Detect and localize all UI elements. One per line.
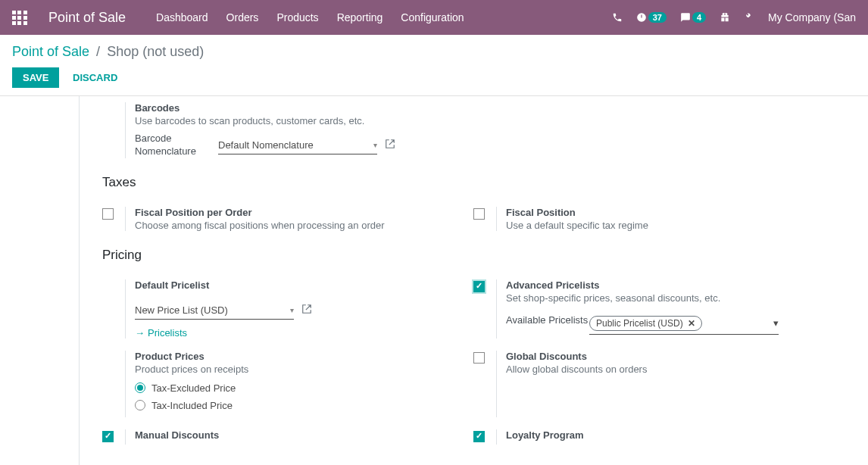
default-pricelist-select[interactable]: New Price List (USD) ▾ xyxy=(135,301,294,320)
product-prices-desc: Product prices on receipts xyxy=(135,364,466,375)
company-switcher[interactable]: My Company (San xyxy=(768,11,856,23)
tax-included-label: Tax-Included Price xyxy=(151,400,233,411)
external-link-icon[interactable] xyxy=(385,139,395,151)
caret-down-icon: ▾ xyxy=(373,141,377,149)
settings-sidebar xyxy=(0,96,80,465)
arrow-right-icon: → xyxy=(135,327,145,339)
breadcrumb-root[interactable]: Point of Sale xyxy=(12,44,89,59)
pricelists-link[interactable]: → Pricelists xyxy=(135,327,187,339)
global-discounts-label: Global Discounts xyxy=(506,351,837,362)
barcodes-desc: Use barcodes to scan products, customer … xyxy=(135,115,466,126)
settings-content: Barcodes Use barcodes to scan products, … xyxy=(80,96,868,465)
breadcrumb: Point of Sale / Shop (not used) xyxy=(12,44,856,60)
fiscal-per-order-desc: Choose among fiscal positions when proce… xyxy=(135,220,466,231)
manual-discounts-label: Manual Discounts xyxy=(135,429,466,441)
fiscal-position-desc: Use a default specific tax regime xyxy=(506,220,837,231)
apps-icon[interactable] xyxy=(12,11,27,25)
fiscal-per-order-checkbox[interactable] xyxy=(102,208,114,220)
tax-excluded-label: Tax-Excluded Price xyxy=(151,382,236,394)
nav-orders[interactable]: Orders xyxy=(226,11,259,23)
activities-button[interactable]: 37 xyxy=(636,12,667,23)
tax-excluded-radio[interactable] xyxy=(135,382,145,393)
tax-included-radio[interactable] xyxy=(135,400,145,410)
fiscal-position-checkbox[interactable] xyxy=(473,208,485,220)
breadcrumb-bar: Point of Sale / Shop (not used) xyxy=(0,35,868,64)
brand-title[interactable]: Point of Sale xyxy=(48,10,126,26)
advanced-pricelists-checkbox[interactable] xyxy=(473,281,485,292)
available-pricelists-input[interactable]: Public Pricelist (USD) ✕ ▾ xyxy=(589,314,779,335)
default-pricelist-label: Default Pricelist xyxy=(135,279,466,291)
nav-reporting[interactable]: Reporting xyxy=(337,11,383,23)
messages-badge: 4 xyxy=(692,12,706,23)
phone-icon[interactable] xyxy=(612,12,623,23)
barcodes-setting: Barcodes Use barcodes to scan products, … xyxy=(125,102,466,158)
external-link-icon[interactable] xyxy=(301,304,312,317)
gift-icon[interactable] xyxy=(720,12,730,23)
tools-icon[interactable] xyxy=(744,12,754,23)
nav-dashboard[interactable]: Dashboard xyxy=(156,11,208,23)
global-discounts-desc: Allow global discounts on orders xyxy=(506,364,837,375)
pricing-section-title: Pricing xyxy=(102,248,868,263)
barcodes-label: Barcodes xyxy=(135,102,466,114)
product-prices-label: Product Prices xyxy=(135,351,466,362)
fiscal-per-order-label: Fiscal Position per Order xyxy=(135,207,466,218)
nav-configuration[interactable]: Configuration xyxy=(401,11,464,23)
fiscal-position-label: Fiscal Position xyxy=(506,207,837,218)
topbar-right: 37 4 My Company (San xyxy=(612,11,856,23)
barcode-nomenclature-value: Default Nomenclature xyxy=(218,139,314,151)
barcode-nomenclature-label: Barcode Nomenclature xyxy=(135,133,218,158)
remove-tag-icon[interactable]: ✕ xyxy=(688,318,695,329)
loyalty-program-checkbox[interactable] xyxy=(473,431,485,442)
action-bar: SAVE DISCARD xyxy=(0,64,868,96)
breadcrumb-current: Shop (not used) xyxy=(107,44,204,59)
messages-button[interactable]: 4 xyxy=(680,12,706,23)
discard-button[interactable]: DISCARD xyxy=(70,67,120,88)
manual-discounts-checkbox[interactable] xyxy=(102,431,114,442)
settings-body: Barcodes Use barcodes to scan products, … xyxy=(0,96,868,465)
public-pricelist-tag: Public Pricelist (USD) ✕ xyxy=(589,316,702,331)
global-discounts-checkbox[interactable] xyxy=(473,352,485,364)
breadcrumb-separator: / xyxy=(96,44,100,59)
available-pricelists-label: Available Pricelists xyxy=(506,314,589,327)
activities-badge: 37 xyxy=(648,12,667,23)
taxes-section-title: Taxes xyxy=(102,175,868,190)
caret-down-icon: ▾ xyxy=(290,306,294,314)
save-button[interactable]: SAVE xyxy=(12,67,59,88)
nav-menu: Dashboard Orders Products Reporting Conf… xyxy=(156,11,464,23)
barcode-nomenclature-select[interactable]: Default Nomenclature ▾ xyxy=(218,136,377,154)
topbar: Point of Sale Dashboard Orders Products … xyxy=(0,0,868,35)
caret-down-icon: ▾ xyxy=(773,317,779,329)
nav-products[interactable]: Products xyxy=(276,11,318,23)
advanced-pricelists-label: Advanced Pricelists xyxy=(506,279,837,291)
advanced-pricelists-desc: Set shop-specific prices, seasonal disco… xyxy=(506,292,837,304)
loyalty-program-label: Loyalty Program xyxy=(506,429,837,441)
default-pricelist-value: New Price List (USD) xyxy=(135,304,228,316)
